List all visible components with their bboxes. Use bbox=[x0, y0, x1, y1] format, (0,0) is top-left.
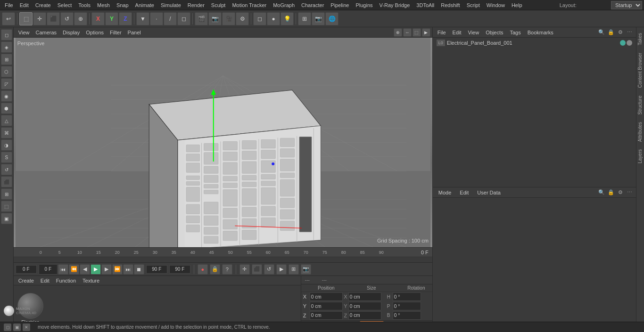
cameras-menu[interactable]: Cameras bbox=[33, 29, 59, 36]
status-icon-2[interactable]: ▣ bbox=[13, 324, 21, 331]
undo-button[interactable]: ↩ bbox=[2, 12, 15, 25]
viewport-icon-2[interactable]: ↔ bbox=[403, 28, 412, 37]
x-axis-button[interactable]: X bbox=[91, 12, 105, 25]
obj-tab-objects[interactable]: Objects bbox=[483, 29, 506, 36]
z-axis-button[interactable]: Z bbox=[119, 12, 132, 25]
menu-simulate[interactable]: Simulate bbox=[158, 1, 184, 9]
vis-dot-editor[interactable] bbox=[620, 40, 626, 46]
attrs-settings-icon[interactable]: ⚙ bbox=[616, 188, 625, 197]
menu-plugins[interactable]: Plugins bbox=[353, 1, 375, 9]
mat-edit[interactable]: Edit bbox=[38, 277, 52, 284]
vtab-takes[interactable]: Takes bbox=[636, 29, 644, 49]
h-rot-input[interactable] bbox=[393, 292, 421, 301]
end-frame-input-2[interactable] bbox=[169, 265, 190, 274]
step-back[interactable]: ⏪ bbox=[69, 264, 79, 275]
play-button[interactable]: ▶ bbox=[91, 264, 101, 275]
move-key-tool[interactable]: ✛ bbox=[239, 264, 250, 275]
viewport-icon-3[interactable]: ⬚ bbox=[413, 28, 421, 37]
light-button[interactable]: 💡 bbox=[281, 12, 294, 25]
y-size-input[interactable] bbox=[348, 302, 381, 310]
left-tool-13[interactable]: ⬛ bbox=[1, 176, 12, 187]
menu-help[interactable]: Help bbox=[509, 1, 525, 9]
left-tool-10[interactable]: ◑ bbox=[1, 139, 12, 151]
menu-snap[interactable]: Snap bbox=[114, 1, 132, 9]
next-frame[interactable]: ▶ bbox=[101, 264, 112, 275]
obj-tab-view[interactable]: View bbox=[465, 29, 482, 36]
left-tool-2[interactable]: ◈ bbox=[1, 41, 12, 53]
menu-mograph[interactable]: MoGraph bbox=[270, 1, 297, 9]
x-size-input[interactable] bbox=[348, 292, 381, 301]
mat-create[interactable]: Create bbox=[16, 277, 37, 284]
help-button[interactable]: ? bbox=[222, 264, 232, 275]
display-menu[interactable]: Display bbox=[60, 29, 83, 36]
record-button[interactable]: ● bbox=[198, 264, 208, 275]
point-mode-button[interactable]: · bbox=[150, 12, 163, 25]
end-frame-input-1[interactable] bbox=[146, 265, 167, 274]
attr-tab-edit[interactable]: Edit bbox=[456, 189, 472, 196]
menu-character[interactable]: Character bbox=[298, 1, 327, 9]
left-tool-12[interactable]: ↺ bbox=[1, 164, 12, 175]
menu-tools[interactable]: Tools bbox=[75, 1, 93, 9]
grid-button[interactable]: ⊞ bbox=[298, 12, 311, 25]
left-tool-9[interactable]: ⌘ bbox=[1, 127, 12, 138]
attr-tab-mode[interactable]: Mode bbox=[435, 189, 455, 196]
move-tool[interactable]: ✛ bbox=[33, 12, 46, 25]
left-tool-3[interactable]: ⊞ bbox=[1, 54, 12, 65]
step-forward[interactable]: ⏩ bbox=[112, 264, 123, 275]
menu-file[interactable]: File bbox=[2, 1, 16, 9]
layout-select[interactable]: Startup bbox=[611, 1, 642, 9]
object-mode-button[interactable]: ▼ bbox=[136, 12, 149, 25]
cube-button[interactable]: ◻ bbox=[253, 12, 266, 25]
menu-pipeline[interactable]: Pipeline bbox=[328, 1, 352, 9]
vtab-structure[interactable]: Structure bbox=[636, 92, 644, 119]
left-tool-14[interactable]: ⊞ bbox=[1, 188, 12, 200]
attrs-lock-icon[interactable]: 🔒 bbox=[607, 188, 615, 197]
object-row-1[interactable]: L0 Electrical_Panel_Board_001 bbox=[433, 38, 636, 48]
left-tool-4[interactable]: ⬡ bbox=[1, 66, 12, 77]
viewport-icon-1[interactable]: ⊕ bbox=[394, 28, 402, 37]
start-frame-input[interactable] bbox=[16, 265, 37, 274]
left-tool-11[interactable]: S bbox=[1, 152, 12, 163]
render-settings-button[interactable]: ⚙ bbox=[236, 12, 249, 25]
render-view-button[interactable]: 🎬 bbox=[195, 12, 208, 25]
menu-motion-tracker[interactable]: Motion Tracker bbox=[229, 1, 269, 9]
obj-search-icon[interactable]: 🔍 bbox=[597, 28, 606, 37]
obj-tab-tags[interactable]: Tags bbox=[507, 29, 523, 36]
viewport-icon-4[interactable]: ▶ bbox=[422, 28, 430, 37]
poly-mode-button[interactable]: ◻ bbox=[177, 12, 190, 25]
obj-tab-edit[interactable]: Edit bbox=[450, 29, 464, 36]
mat-function[interactable]: Function bbox=[53, 277, 79, 284]
left-tool-7[interactable]: ⬢ bbox=[1, 103, 12, 114]
mat-texture[interactable]: Texture bbox=[80, 277, 102, 284]
left-tool-16[interactable]: ▣ bbox=[1, 213, 12, 224]
menu-create[interactable]: Create bbox=[33, 1, 54, 9]
status-icon-3[interactable]: ✕ bbox=[23, 324, 30, 331]
filter-menu[interactable]: Filter bbox=[107, 29, 124, 36]
p-rot-input[interactable] bbox=[393, 302, 421, 310]
vtab-attributes[interactable]: Attributes bbox=[636, 118, 644, 146]
auto-tangent[interactable]: 📷 bbox=[301, 264, 311, 275]
menu-animate[interactable]: Animate bbox=[132, 1, 157, 9]
y-pos-input[interactable] bbox=[310, 302, 343, 310]
render-video-button[interactable]: 🎥 bbox=[222, 12, 235, 25]
render-picture-button[interactable]: 📷 bbox=[208, 12, 222, 25]
obj-tab-file[interactable]: File bbox=[435, 29, 449, 36]
obj-tab-bookmarks[interactable]: Bookmarks bbox=[525, 29, 556, 36]
transform-tool[interactable]: ⊕ bbox=[74, 12, 87, 25]
b-rot-input[interactable] bbox=[393, 311, 421, 320]
play-back-start[interactable]: ⏮ bbox=[58, 264, 68, 275]
rotate-tool[interactable]: ↺ bbox=[60, 12, 74, 25]
prev-frame[interactable]: ◀ bbox=[80, 264, 90, 275]
panel-menu[interactable]: Panel bbox=[125, 29, 144, 36]
menu-redshift[interactable]: Redshift bbox=[438, 1, 462, 9]
attrs-more-icon[interactable]: ⋯ bbox=[626, 188, 634, 197]
left-tool-6[interactable]: ◉ bbox=[1, 90, 12, 102]
play-end[interactable]: ⏭ bbox=[123, 264, 133, 275]
options-menu[interactable]: Options bbox=[83, 29, 107, 36]
rotate-key-tool[interactable]: ↺ bbox=[264, 264, 274, 275]
menu-3dtoall[interactable]: 3DToAll bbox=[413, 1, 437, 9]
key-grid[interactable]: ⊞ bbox=[289, 264, 299, 275]
left-tool-15[interactable]: ⬚ bbox=[1, 201, 12, 212]
sphere-button[interactable]: ● bbox=[267, 12, 280, 25]
scale-key-tool[interactable]: ⬛ bbox=[252, 264, 262, 275]
